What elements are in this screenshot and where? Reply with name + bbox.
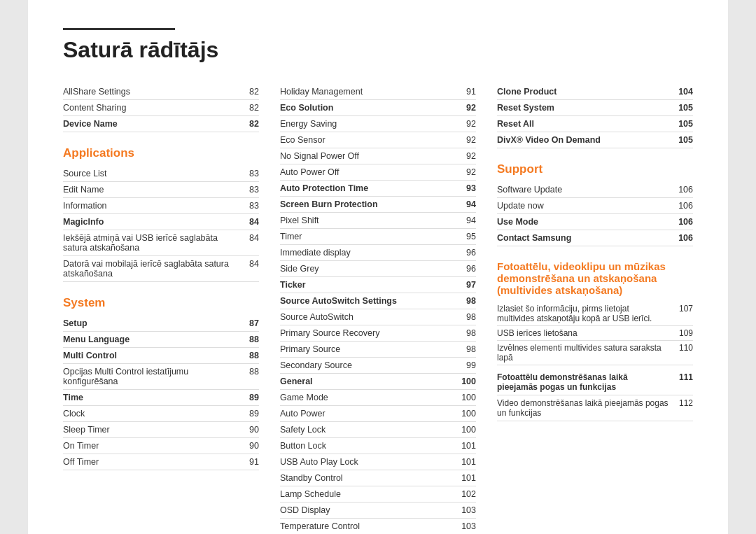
toc-entry: Update now106 [497,198,693,214]
toc-label: Multi Control [63,351,234,360]
toc-page-num: 105 [676,119,693,129]
toc-label: Immediate display [280,248,451,258]
toc-label: On Timer [63,441,234,451]
toc-entry: Information83 [63,198,259,214]
toc-label: Menu Language [63,335,234,344]
auto-protection-list: Auto Protection Time93 [280,181,476,197]
toc-entry: General100 [280,374,476,390]
source-auto-list: Source AutoSwitch Settings98Source AutoS… [280,293,476,374]
toc-page-num: 88 [241,335,259,344]
toc-label: Screen Burn Protection [280,199,451,209]
toc-page-num: 94 [458,199,476,209]
toc-label: Auto Power [280,409,451,419]
toc-entry: AllShare Settings82 [63,84,259,100]
toc-label: Lamp Schedule [280,489,451,499]
toc-entry: Button Lock101 [280,438,476,454]
toc-entry: Reset System105 [497,100,693,116]
toc-page-num: 92 [458,167,476,177]
toc-page-num: 84 [241,217,259,227]
toc-label: Temperature Control [280,521,451,531]
toc-page-num: 93 [458,183,476,193]
toc-page-num: 88 [241,367,259,377]
toc-label: Safety Lock [280,425,451,435]
toc-page-num: 107 [676,304,693,314]
toc-entry: Contact Samsung106 [497,230,693,246]
toc-entry: Time89 [63,390,259,406]
toc-label: Source AutoSwitch [280,312,451,322]
toc-label: Primary Source [280,344,451,354]
toc-page-num: 92 [458,103,476,113]
toc-label: Side Grey [280,264,451,274]
toc-label: Sleep Timer [63,425,234,435]
toc-label: Button Lock [280,441,451,451]
toc-entry: Secondary Source99 [280,358,476,374]
toc-entry: Game Mode100 [280,390,476,406]
toc-entry: Primary Source98 [280,342,476,358]
toc-label: Device Name [63,119,234,129]
toc-entry: MagicInfo84 [63,214,259,230]
toc-page-num: 83 [241,169,259,178]
toc-entry: On Timer90 [63,438,259,454]
toc-label: Pixel Shift [280,216,451,225]
toc-page-num: 84 [241,259,259,269]
toc-page-num: 88 [241,351,259,360]
toc-page-num: 106 [676,217,693,227]
toc-page-num: 100 [458,425,476,435]
toc-label: OSD Display [280,505,451,515]
toc-entry: Setup87 [63,316,259,332]
toc-label: No Signal Power Off [280,151,451,161]
toc-page-num: 98 [458,296,476,306]
toc-page-num: 101 [458,441,476,451]
toc-entry: Video demonstrēšanas laikā pieejamās pog… [497,395,693,421]
toc-page-num: 96 [458,264,476,274]
orange-block: Fotoattēlu, videoklipu un mūzikas demons… [497,260,693,421]
toc-entry: Content Sharing82 [63,100,259,116]
toc-label: Setup [63,318,234,328]
toc-label: MagicInfo [63,217,234,227]
screen-burn-list: Screen Burn Protection94Pixel Shift94Tim… [280,197,476,277]
toc-page-num: 90 [241,441,259,451]
toc-page-num: 89 [241,393,259,402]
toc-entry: Standby Control101 [280,470,476,486]
toc-page-num: 83 [241,185,259,195]
toc-page-num: 82 [241,87,259,97]
toc-label: General [280,377,451,386]
toc-page-num: 96 [458,248,476,258]
column-1: AllShare Settings82Content Sharing82Devi… [63,84,280,534]
toc-entry: Eco Sensor92 [280,132,476,148]
toc-label: Auto Power Off [280,167,451,177]
toc-page-num: 103 [458,521,476,531]
toc-entry: Multi Control88 [63,348,259,364]
toc-entry: Device Name82 [63,116,259,132]
toc-label: Eco Sensor [280,135,451,145]
toc-label: Content Sharing [63,103,234,113]
toc-entry: Side Grey96 [280,261,476,277]
eco-list: Eco Solution92Energy Saving92Eco Sensor9… [280,100,476,181]
page-title: Saturā rādītājs [63,37,693,63]
toc-label: DivX® Video On Demand [497,135,668,145]
toc-page-num: 106 [676,201,693,211]
toc-page-num: 89 [241,409,259,419]
toc-page-num: 111 [676,372,693,382]
toc-entry: Edit Name83 [63,182,259,198]
toc-entry: Eco Solution92 [280,100,476,116]
toc-page-num: 110 [676,343,693,353]
toc-page-num: 90 [241,425,259,435]
toc-page-num: 100 [458,409,476,419]
toc-page-num: 100 [458,377,476,386]
toc-page-num: 105 [676,103,693,113]
toc-label: Standby Control [280,473,451,483]
toc-page-num: 103 [458,505,476,515]
toc-page-num: 94 [458,216,476,225]
toc-page-num: 109 [676,328,693,338]
toc-page-num: 101 [458,473,476,483]
toc-label: Izlasiet šo informāciju, pirms lietojat … [497,304,668,323]
system-list: Setup87Menu Language88Multi Control88Opc… [63,316,259,470]
toc-label: Holiday Management [280,87,451,97]
toc-label: Update now [497,201,668,211]
toc-page-num: 92 [458,151,476,161]
toc-page-num: 99 [458,360,476,370]
toc-label: Opcijas Multi Control iestatījumu konfig… [63,367,234,386]
toc-label: Software Update [497,185,668,195]
toc-label: Datorā vai mobilajā ierīcē saglabāta sat… [63,259,234,279]
